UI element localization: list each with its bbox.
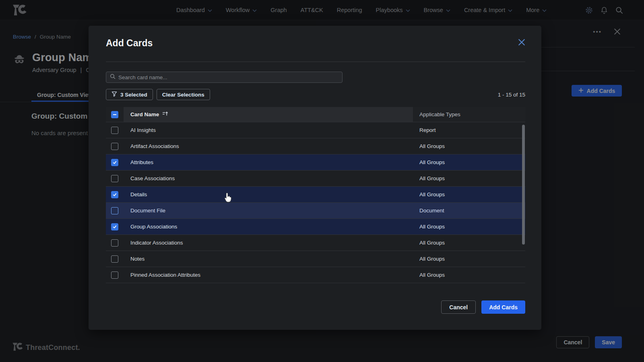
modal-add-cards-button[interactable]: Add Cards [481, 300, 525, 314]
row-checkbox[interactable] [111, 255, 118, 263]
applicable-types-cell: All Groups [413, 191, 525, 197]
column-header-applicable-types: Applicable Types [413, 107, 525, 122]
applicable-types-cell: All Groups [413, 256, 525, 262]
table-row-details[interactable]: DetailsAll Groups [106, 186, 525, 202]
table-row-attributes[interactable]: AttributesAll Groups [106, 154, 525, 170]
select-all-checkbox[interactable] [111, 111, 118, 118]
applicable-types-cell: All Groups [413, 159, 525, 165]
table-row-document-file[interactable]: Document FileDocument [106, 202, 525, 218]
selected-filter-button[interactable]: 3 Selected [106, 89, 153, 100]
card-search-box [106, 72, 343, 83]
applicable-types-cell: All Groups [413, 175, 525, 181]
row-checkbox[interactable] [111, 159, 118, 166]
table-row-group-associations[interactable]: Group AssociationsAll Groups [106, 218, 525, 234]
applicable-types-cell: All Groups [413, 143, 525, 149]
applicable-types-cell: All Groups [413, 224, 525, 230]
card-table: Card Name Applicable Types AI InsightsRe… [106, 107, 525, 283]
card-name-cell: Pinned Association Attributes [124, 272, 413, 278]
modal-header-divider [106, 62, 525, 62]
table-row-artifact-associations[interactable]: Artifact AssociationsAll Groups [106, 138, 525, 154]
applicable-types-cell: All Groups [413, 272, 525, 278]
table-row-notes[interactable]: NotesAll Groups [106, 251, 525, 267]
clear-selections-button[interactable]: Clear Selections [157, 89, 210, 100]
row-checkbox[interactable] [111, 127, 118, 134]
column-header-card-name[interactable]: Card Name [124, 107, 413, 122]
table-scrollbar-thumb[interactable] [522, 125, 525, 245]
table-row-pinned-association-attributes[interactable]: Pinned Association AttributesAll Groups [106, 267, 525, 283]
row-checkbox[interactable] [111, 143, 118, 150]
pagination-count: 1 - 15 of 15 [498, 92, 525, 98]
card-table-header: Card Name Applicable Types [106, 107, 525, 122]
card-name-cell: Artifact Associations [124, 143, 413, 149]
search-icon [110, 74, 116, 81]
row-checkbox[interactable] [111, 175, 118, 182]
row-checkbox[interactable] [111, 223, 118, 230]
selected-filter-label: 3 Selected [120, 92, 147, 98]
card-table-body: AI InsightsReportArtifact AssociationsAl… [106, 122, 525, 283]
modal-title: Add Cards [106, 38, 153, 49]
applicable-types-cell: All Groups [413, 240, 525, 246]
card-name-cell: Details [124, 191, 413, 197]
table-row-ai-insights[interactable]: AI InsightsReport [106, 122, 525, 138]
filter-funnel-icon [111, 91, 117, 98]
card-name-cell: Document File [124, 208, 413, 214]
table-row-indicator-associations[interactable]: Indicator AssociationsAll Groups [106, 234, 525, 251]
row-checkbox[interactable] [111, 191, 118, 198]
add-cards-modal: Add Cards 3 Selected Clear Sele [89, 26, 541, 330]
applicable-types-cell: Report [413, 127, 525, 133]
sort-ascending-icon [162, 111, 168, 117]
card-name-cell: AI Insights [124, 127, 413, 133]
card-name-cell: Group Associations [124, 224, 413, 230]
row-checkbox[interactable] [111, 272, 118, 279]
row-checkbox[interactable] [111, 207, 118, 214]
card-name-cell: Indicator Associations [124, 240, 413, 246]
card-name-cell: Attributes [124, 159, 413, 165]
table-row-case-associations[interactable]: Case AssociationsAll Groups [106, 170, 525, 186]
card-name-cell: Notes [124, 256, 413, 262]
row-checkbox[interactable] [111, 239, 118, 247]
modal-close-icon[interactable] [518, 39, 525, 47]
card-name-cell: Case Associations [124, 175, 413, 181]
applicable-types-cell: Document [413, 208, 525, 214]
modal-cancel-button[interactable]: Cancel [441, 300, 476, 314]
card-search-input[interactable] [118, 74, 339, 80]
